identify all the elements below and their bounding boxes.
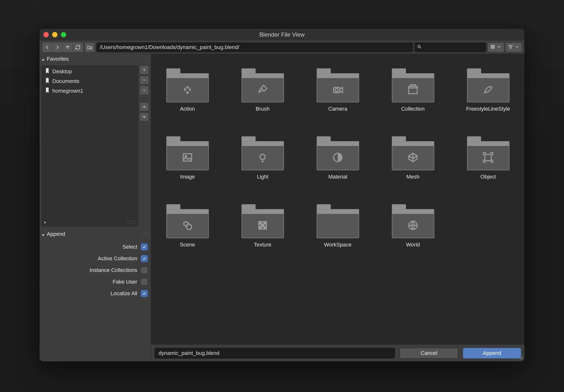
nav-refresh-button[interactable] — [73, 42, 83, 52]
path-input[interactable] — [96, 42, 413, 52]
folder-label: Collection — [401, 106, 425, 112]
folder-icon — [317, 69, 359, 102]
favorites-title: Favorites — [47, 56, 69, 62]
svg-rect-3 — [491, 47, 492, 49]
folder-item-material[interactable]: Material — [316, 136, 360, 180]
favorite-label: Desktop — [52, 69, 72, 75]
drag-grip-icon[interactable]: :::: — [143, 57, 149, 61]
file-browser-window: Blender File View — [40, 29, 524, 362]
search-field[interactable] — [414, 42, 486, 52]
sidebar: Favorites :::: Desktop Documents homeg — [40, 54, 151, 362]
folder-item-scene[interactable]: Scene — [165, 204, 209, 248]
folder-label: Texture — [254, 242, 271, 248]
folder-icon — [392, 69, 434, 102]
option-label: Localize All — [110, 290, 137, 297]
svg-point-0 — [418, 45, 420, 48]
new-directory-button[interactable] — [85, 42, 95, 52]
toolbar — [40, 41, 524, 54]
folder-item-texture[interactable]: Texture — [241, 204, 284, 248]
drag-grip-icon[interactable]: :::: — [143, 232, 149, 236]
append-panel-header[interactable]: Append :::: — [40, 229, 151, 239]
move-favorite-up-button[interactable] — [140, 102, 149, 111]
favorite-label: Documents — [52, 78, 79, 84]
folder-label: WorkSpace — [324, 242, 351, 248]
drag-grip-icon[interactable]: :::: — [127, 219, 136, 225]
folder-item-light[interactable]: Light — [241, 136, 284, 180]
folder-label: Mesh — [406, 174, 419, 180]
minimize-window-button[interactable] — [52, 32, 57, 37]
folder-item-world[interactable]: World — [391, 204, 435, 248]
folder-icon — [317, 204, 359, 238]
folder-icon — [467, 136, 509, 170]
favorite-label: homegrown1 — [52, 88, 83, 94]
favorite-item-documents[interactable]: Documents — [42, 76, 138, 86]
folder-icon — [242, 136, 284, 170]
resize-grip-icon[interactable] — [519, 356, 523, 360]
folder-label: Camera — [328, 106, 347, 112]
favorite-item-desktop[interactable]: Desktop — [42, 67, 138, 76]
folder-item-collection[interactable]: Collection — [391, 69, 435, 112]
folder-item-image[interactable]: Image — [165, 136, 209, 180]
close-window-button[interactable] — [43, 32, 49, 37]
folder-icon — [242, 204, 284, 238]
folder-label: Scene — [180, 242, 195, 248]
folder-label: Brush — [256, 106, 269, 112]
option-label: Instance Collections — [89, 267, 137, 273]
folder-item-workspace[interactable]: WorkSpace — [316, 204, 360, 248]
folder-item-mesh[interactable]: Mesh — [391, 136, 435, 180]
option-checkbox[interactable] — [141, 243, 148, 251]
folder-label: FreestyleLineStyle — [466, 106, 510, 112]
option-checkbox[interactable] — [141, 255, 148, 262]
folder-label: World — [406, 242, 420, 248]
titlebar: Blender File View — [40, 29, 524, 41]
add-favorite-button[interactable] — [140, 66, 149, 74]
folder-item-camera[interactable]: Camera — [316, 69, 360, 112]
append-option-row: Select — [41, 241, 148, 253]
cancel-button[interactable]: Cancel — [400, 348, 458, 359]
favorites-list: Desktop Documents homegrown1 ▶ :::: — [41, 66, 138, 226]
svg-rect-20 — [264, 226, 266, 229]
zoom-window-button[interactable] — [61, 32, 66, 37]
folder-item-brush[interactable]: Brush — [241, 69, 284, 112]
svg-rect-19 — [259, 226, 261, 229]
option-label: Active Collection — [98, 255, 137, 262]
nav-back-button[interactable] — [42, 42, 52, 52]
search-input[interactable] — [424, 44, 492, 51]
grid-icon — [490, 44, 495, 50]
chevron-down-icon — [515, 44, 519, 50]
favorites-footer: ▶ :::: — [44, 219, 136, 225]
disclosure-down-icon — [41, 232, 45, 236]
remove-favorite-button[interactable] — [140, 76, 149, 84]
content-area: ActionBrushCameraCollectionFreestyleLine… — [151, 54, 524, 362]
display-mode-dropdown[interactable] — [488, 42, 504, 52]
folder-label: Image — [180, 174, 195, 180]
option-label: Fake User — [113, 279, 137, 285]
folder-item-object[interactable]: Object — [466, 136, 510, 180]
nav-forward-button[interactable] — [52, 42, 63, 52]
bookmark-icon — [45, 88, 49, 94]
folder-icon — [467, 69, 509, 102]
append-option-row: Localize All — [41, 288, 148, 299]
filename-input[interactable] — [154, 348, 395, 359]
option-checkbox[interactable] — [141, 290, 148, 297]
append-option-row: Active Collection — [41, 253, 148, 265]
expand-right-icon[interactable]: ▶ — [44, 220, 47, 224]
favorites-panel-header[interactable]: Favorites :::: — [40, 54, 151, 64]
svg-rect-1 — [491, 45, 492, 46]
folder-item-action[interactable]: Action — [165, 69, 209, 112]
folder-icon — [392, 136, 434, 170]
append-button[interactable]: Append — [463, 348, 521, 359]
option-checkbox[interactable] — [141, 278, 148, 285]
folder-label: Object — [480, 174, 496, 180]
svg-rect-2 — [493, 45, 495, 46]
folder-label: Light — [257, 174, 268, 180]
append-option-row: Fake User — [41, 276, 148, 288]
nav-up-button[interactable] — [63, 42, 73, 52]
filter-dropdown[interactable] — [506, 42, 522, 52]
folder-label: Material — [328, 174, 347, 180]
favorites-menu-button[interactable] — [140, 86, 149, 95]
option-checkbox[interactable] — [141, 266, 148, 274]
folder-item-freestylelinestyle[interactable]: FreestyleLineStyle — [466, 69, 510, 112]
move-favorite-down-button[interactable] — [140, 112, 149, 121]
favorite-item-home[interactable]: homegrown1 — [42, 86, 138, 96]
